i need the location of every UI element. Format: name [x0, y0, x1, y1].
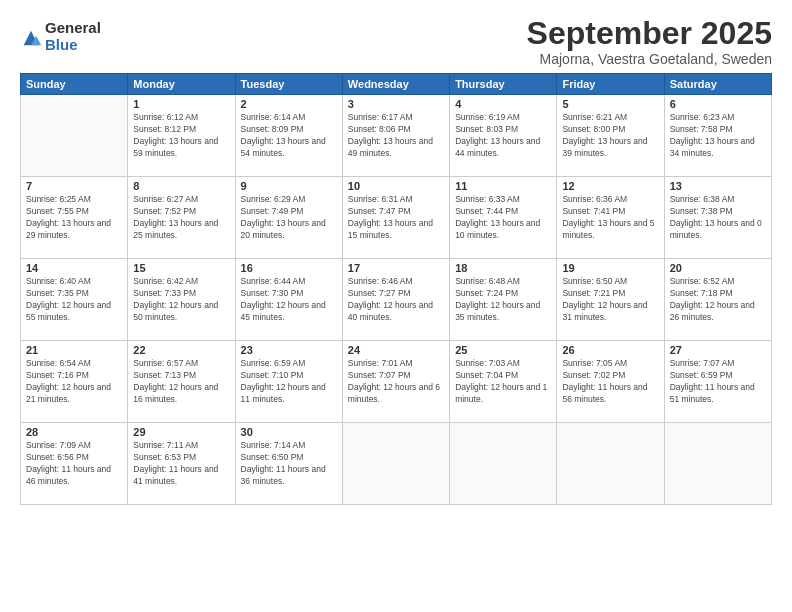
day-number: 2: [241, 98, 337, 110]
calendar-cell: 5Sunrise: 6:21 AMSunset: 8:00 PMDaylight…: [557, 95, 664, 177]
calendar-cell: 15Sunrise: 6:42 AMSunset: 7:33 PMDayligh…: [128, 259, 235, 341]
calendar-cell: 30Sunrise: 7:14 AMSunset: 6:50 PMDayligh…: [235, 423, 342, 505]
day-number: 5: [562, 98, 658, 110]
calendar-week-4: 21Sunrise: 6:54 AMSunset: 7:16 PMDayligh…: [21, 341, 772, 423]
day-number: 19: [562, 262, 658, 274]
calendar-week-2: 7Sunrise: 6:25 AMSunset: 7:55 PMDaylight…: [21, 177, 772, 259]
day-info: Sunrise: 6:44 AMSunset: 7:30 PMDaylight:…: [241, 276, 337, 324]
logo: General Blue: [20, 20, 101, 53]
calendar-header-sunday: Sunday: [21, 74, 128, 95]
logo-icon: [20, 27, 42, 49]
header: General Blue September 2025 Majorna, Vae…: [20, 16, 772, 67]
day-number: 29: [133, 426, 229, 438]
calendar-cell: 3Sunrise: 6:17 AMSunset: 8:06 PMDaylight…: [342, 95, 449, 177]
day-number: 9: [241, 180, 337, 192]
day-number: 3: [348, 98, 444, 110]
day-info: Sunrise: 6:19 AMSunset: 8:03 PMDaylight:…: [455, 112, 551, 160]
day-info: Sunrise: 7:05 AMSunset: 7:02 PMDaylight:…: [562, 358, 658, 406]
day-info: Sunrise: 6:17 AMSunset: 8:06 PMDaylight:…: [348, 112, 444, 160]
calendar-cell: 24Sunrise: 7:01 AMSunset: 7:07 PMDayligh…: [342, 341, 449, 423]
day-number: 17: [348, 262, 444, 274]
calendar-cell: 13Sunrise: 6:38 AMSunset: 7:38 PMDayligh…: [664, 177, 771, 259]
day-number: 25: [455, 344, 551, 356]
calendar-header-monday: Monday: [128, 74, 235, 95]
calendar-cell: 27Sunrise: 7:07 AMSunset: 6:59 PMDayligh…: [664, 341, 771, 423]
day-info: Sunrise: 7:14 AMSunset: 6:50 PMDaylight:…: [241, 440, 337, 488]
day-info: Sunrise: 6:14 AMSunset: 8:09 PMDaylight:…: [241, 112, 337, 160]
day-number: 16: [241, 262, 337, 274]
day-info: Sunrise: 6:29 AMSunset: 7:49 PMDaylight:…: [241, 194, 337, 242]
calendar-cell: [450, 423, 557, 505]
day-number: 13: [670, 180, 766, 192]
calendar-cell: 22Sunrise: 6:57 AMSunset: 7:13 PMDayligh…: [128, 341, 235, 423]
day-info: Sunrise: 6:36 AMSunset: 7:41 PMDaylight:…: [562, 194, 658, 242]
day-number: 20: [670, 262, 766, 274]
calendar-cell: 23Sunrise: 6:59 AMSunset: 7:10 PMDayligh…: [235, 341, 342, 423]
day-info: Sunrise: 7:01 AMSunset: 7:07 PMDaylight:…: [348, 358, 444, 406]
day-number: 1: [133, 98, 229, 110]
day-number: 22: [133, 344, 229, 356]
logo-blue: Blue: [45, 37, 101, 54]
day-info: Sunrise: 7:07 AMSunset: 6:59 PMDaylight:…: [670, 358, 766, 406]
calendar-header-wednesday: Wednesday: [342, 74, 449, 95]
subtitle: Majorna, Vaestra Goetaland, Sweden: [527, 51, 772, 67]
page: General Blue September 2025 Majorna, Vae…: [0, 0, 792, 612]
day-info: Sunrise: 6:40 AMSunset: 7:35 PMDaylight:…: [26, 276, 122, 324]
calendar-cell: [557, 423, 664, 505]
calendar-cell: 18Sunrise: 6:48 AMSunset: 7:24 PMDayligh…: [450, 259, 557, 341]
calendar-cell: 25Sunrise: 7:03 AMSunset: 7:04 PMDayligh…: [450, 341, 557, 423]
day-number: 4: [455, 98, 551, 110]
calendar-cell: 29Sunrise: 7:11 AMSunset: 6:53 PMDayligh…: [128, 423, 235, 505]
day-number: 21: [26, 344, 122, 356]
day-info: Sunrise: 6:21 AMSunset: 8:00 PMDaylight:…: [562, 112, 658, 160]
calendar-table: SundayMondayTuesdayWednesdayThursdayFrid…: [20, 73, 772, 505]
day-number: 23: [241, 344, 337, 356]
day-info: Sunrise: 6:48 AMSunset: 7:24 PMDaylight:…: [455, 276, 551, 324]
main-title: September 2025: [527, 16, 772, 51]
calendar-cell: 16Sunrise: 6:44 AMSunset: 7:30 PMDayligh…: [235, 259, 342, 341]
day-info: Sunrise: 6:42 AMSunset: 7:33 PMDaylight:…: [133, 276, 229, 324]
calendar-header-row: SundayMondayTuesdayWednesdayThursdayFrid…: [21, 74, 772, 95]
day-number: 18: [455, 262, 551, 274]
day-number: 12: [562, 180, 658, 192]
day-info: Sunrise: 7:03 AMSunset: 7:04 PMDaylight:…: [455, 358, 551, 406]
day-info: Sunrise: 6:23 AMSunset: 7:58 PMDaylight:…: [670, 112, 766, 160]
calendar-cell: 1Sunrise: 6:12 AMSunset: 8:12 PMDaylight…: [128, 95, 235, 177]
calendar-cell: 12Sunrise: 6:36 AMSunset: 7:41 PMDayligh…: [557, 177, 664, 259]
logo-text: General Blue: [45, 20, 101, 53]
day-info: Sunrise: 6:46 AMSunset: 7:27 PMDaylight:…: [348, 276, 444, 324]
day-info: Sunrise: 6:12 AMSunset: 8:12 PMDaylight:…: [133, 112, 229, 160]
calendar-cell: 4Sunrise: 6:19 AMSunset: 8:03 PMDaylight…: [450, 95, 557, 177]
day-info: Sunrise: 6:25 AMSunset: 7:55 PMDaylight:…: [26, 194, 122, 242]
title-block: September 2025 Majorna, Vaestra Goetalan…: [527, 16, 772, 67]
calendar-header-friday: Friday: [557, 74, 664, 95]
day-info: Sunrise: 6:54 AMSunset: 7:16 PMDaylight:…: [26, 358, 122, 406]
day-info: Sunrise: 6:57 AMSunset: 7:13 PMDaylight:…: [133, 358, 229, 406]
calendar-cell: 6Sunrise: 6:23 AMSunset: 7:58 PMDaylight…: [664, 95, 771, 177]
calendar-cell: 7Sunrise: 6:25 AMSunset: 7:55 PMDaylight…: [21, 177, 128, 259]
day-number: 8: [133, 180, 229, 192]
day-number: 7: [26, 180, 122, 192]
day-number: 24: [348, 344, 444, 356]
day-info: Sunrise: 6:38 AMSunset: 7:38 PMDaylight:…: [670, 194, 766, 242]
day-info: Sunrise: 6:52 AMSunset: 7:18 PMDaylight:…: [670, 276, 766, 324]
calendar-cell: 9Sunrise: 6:29 AMSunset: 7:49 PMDaylight…: [235, 177, 342, 259]
calendar-cell: 20Sunrise: 6:52 AMSunset: 7:18 PMDayligh…: [664, 259, 771, 341]
calendar-cell: [342, 423, 449, 505]
day-info: Sunrise: 7:09 AMSunset: 6:56 PMDaylight:…: [26, 440, 122, 488]
day-info: Sunrise: 6:31 AMSunset: 7:47 PMDaylight:…: [348, 194, 444, 242]
calendar-cell: 8Sunrise: 6:27 AMSunset: 7:52 PMDaylight…: [128, 177, 235, 259]
calendar-week-3: 14Sunrise: 6:40 AMSunset: 7:35 PMDayligh…: [21, 259, 772, 341]
calendar-cell: [664, 423, 771, 505]
calendar-cell: [21, 95, 128, 177]
calendar-cell: 28Sunrise: 7:09 AMSunset: 6:56 PMDayligh…: [21, 423, 128, 505]
calendar-cell: 10Sunrise: 6:31 AMSunset: 7:47 PMDayligh…: [342, 177, 449, 259]
calendar-cell: 21Sunrise: 6:54 AMSunset: 7:16 PMDayligh…: [21, 341, 128, 423]
calendar-header-thursday: Thursday: [450, 74, 557, 95]
calendar-cell: 11Sunrise: 6:33 AMSunset: 7:44 PMDayligh…: [450, 177, 557, 259]
day-number: 15: [133, 262, 229, 274]
day-info: Sunrise: 6:50 AMSunset: 7:21 PMDaylight:…: [562, 276, 658, 324]
day-info: Sunrise: 7:11 AMSunset: 6:53 PMDaylight:…: [133, 440, 229, 488]
calendar-week-5: 28Sunrise: 7:09 AMSunset: 6:56 PMDayligh…: [21, 423, 772, 505]
day-info: Sunrise: 6:33 AMSunset: 7:44 PMDaylight:…: [455, 194, 551, 242]
